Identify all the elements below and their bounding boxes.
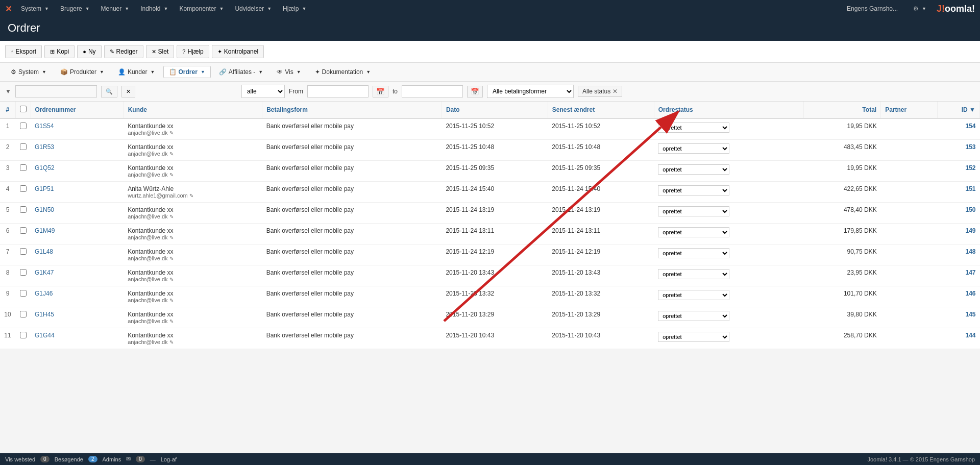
row-checkbox[interactable]: [15, 140, 31, 161]
row-select-checkbox[interactable]: [20, 164, 27, 171]
ny-button[interactable]: ● Ny: [77, 45, 101, 58]
order-status-select[interactable]: oprettet: [658, 164, 729, 175]
to-calendar-button[interactable]: 📅: [467, 86, 483, 97]
subnav-produkter[interactable]: 📦 Produkter ▼: [55, 66, 110, 78]
order-status-select[interactable]: oprettet: [658, 269, 729, 279]
order-status-select[interactable]: oprettet: [658, 248, 729, 258]
edit-customer-icon[interactable]: ✎: [169, 151, 174, 157]
order-link[interactable]: G1J46: [35, 290, 53, 297]
kontrolpanel-button[interactable]: ✦ Kontrolpanel: [212, 45, 264, 58]
order-status-select[interactable]: oprettet: [658, 185, 729, 195]
subnav-dokumentation[interactable]: ✦ Dokumentation ▼: [309, 66, 377, 78]
order-link[interactable]: G1S54: [35, 123, 54, 130]
subnav-vis[interactable]: 👁 Vis ▼: [271, 66, 306, 78]
order-link[interactable]: G1N50: [35, 206, 54, 213]
col-dato[interactable]: Dato: [442, 102, 548, 118]
row-checkbox[interactable]: [15, 182, 31, 203]
nav-udvidelser[interactable]: Udvidelser ▼: [230, 2, 277, 15]
row-select-checkbox[interactable]: [20, 123, 27, 129]
clear-search-button[interactable]: ✕: [121, 86, 135, 97]
order-status-select[interactable]: oprettet: [658, 332, 729, 342]
row-checkbox[interactable]: [15, 286, 31, 307]
order-status-select[interactable]: oprettet: [658, 311, 729, 321]
search-button[interactable]: 🔍: [101, 86, 117, 97]
order-link[interactable]: G1M49: [35, 227, 55, 234]
customer-email: anjachr@live.dk ✎: [128, 276, 258, 282]
select-all-checkbox[interactable]: [20, 106, 27, 112]
row-select-checkbox[interactable]: [20, 332, 27, 338]
search-input[interactable]: [15, 85, 97, 97]
nav-hjaelp[interactable]: Hjælp ▼: [278, 2, 311, 15]
subnav-affiliates[interactable]: 🔗 Affiliates - ▼: [213, 66, 268, 78]
status-clear-button[interactable]: ✕: [612, 88, 618, 95]
rediger-button[interactable]: ✎ Rediger: [104, 45, 143, 58]
order-link[interactable]: G1G44: [35, 332, 55, 339]
edit-customer-icon[interactable]: ✎: [169, 130, 174, 136]
from-date-input[interactable]: [307, 85, 369, 97]
nav-menuer[interactable]: Menuer ▼: [96, 2, 135, 15]
order-link[interactable]: G1P51: [35, 185, 54, 192]
user-menu[interactable]: Engens Garnsho...: [842, 2, 903, 15]
settings-menu[interactable]: ⚙ ▼: [908, 2, 932, 15]
edit-customer-icon[interactable]: ✎: [169, 277, 174, 282]
row-checkbox[interactable]: [15, 118, 31, 140]
slet-button[interactable]: ✕ Slet: [146, 45, 175, 58]
row-checkbox[interactable]: [15, 161, 31, 182]
col-ordrenummer[interactable]: Ordrenummer: [31, 102, 124, 118]
row-select-checkbox[interactable]: [20, 269, 27, 276]
subnav-system[interactable]: ⚙ System ▼: [5, 66, 52, 78]
row-payment: Bank overførsel eller mobile pay: [262, 307, 442, 328]
order-link[interactable]: G1K47: [35, 269, 54, 276]
row-checkbox[interactable]: [15, 328, 31, 349]
nav-indhold[interactable]: Indhold ▼: [135, 2, 173, 15]
col-senest-aendret[interactable]: Senest ændret: [548, 102, 654, 118]
period-select[interactable]: alle dag uge måned år: [241, 85, 285, 98]
order-link[interactable]: G1H45: [35, 311, 54, 318]
nav-komponenter[interactable]: Komponenter ▼: [174, 2, 229, 15]
row-select-checkbox[interactable]: [20, 248, 27, 255]
eksport-button[interactable]: ↑ Eksport: [5, 45, 42, 58]
order-status-select[interactable]: oprettet: [658, 290, 729, 300]
row-checkbox[interactable]: [15, 244, 31, 265]
edit-customer-icon[interactable]: ✎: [169, 298, 174, 303]
edit-customer-icon[interactable]: ✎: [169, 256, 174, 261]
hjaelp-button[interactable]: ? Hjælp: [177, 45, 209, 58]
subnav-ordrer[interactable]: 📋 Ordrer ▼: [163, 66, 211, 78]
order-link[interactable]: G1L48: [35, 248, 53, 255]
edit-customer-icon[interactable]: ✎: [169, 339, 174, 345]
row-select-checkbox[interactable]: [20, 290, 27, 297]
edit-customer-icon[interactable]: ✎: [189, 193, 193, 199]
order-status-select[interactable]: oprettet: [658, 206, 729, 216]
col-ordrestatus[interactable]: Ordrestatus: [654, 102, 803, 118]
order-status-select[interactable]: oprettet: [658, 227, 729, 237]
row-select-checkbox[interactable]: [20, 185, 27, 192]
row-select-checkbox[interactable]: [20, 227, 27, 234]
to-date-input[interactable]: [402, 85, 463, 97]
row-select-checkbox[interactable]: [20, 206, 27, 213]
order-link[interactable]: G1Q52: [35, 164, 55, 172]
edit-customer-icon[interactable]: ✎: [169, 319, 174, 324]
row-select-checkbox[interactable]: [20, 311, 27, 317]
payment-select[interactable]: Alle betalingsformer: [487, 85, 574, 98]
col-kunde[interactable]: Kunde: [124, 102, 262, 118]
edit-customer-icon[interactable]: ✎: [169, 172, 174, 178]
col-betalingsform[interactable]: Betalingsform: [262, 102, 442, 118]
nav-system[interactable]: System ▼: [16, 2, 54, 15]
order-link[interactable]: G1R53: [35, 143, 54, 151]
subnav-kunder[interactable]: 👤 Kunder ▼: [112, 66, 161, 78]
order-status-select[interactable]: oprettet: [658, 123, 729, 133]
nav-brugere[interactable]: Brugere ▼: [55, 2, 95, 15]
row-checkbox[interactable]: [15, 203, 31, 224]
from-calendar-button[interactable]: 📅: [373, 86, 388, 97]
kopi-button[interactable]: ⊞ Kopi: [44, 45, 75, 58]
edit-customer-icon[interactable]: ✎: [169, 214, 174, 219]
edit-customer-icon[interactable]: ✎: [169, 235, 174, 240]
row-checkbox[interactable]: [15, 224, 31, 244]
order-status-select[interactable]: oprettet: [658, 143, 729, 154]
col-id[interactable]: ID ▼: [937, 102, 979, 118]
row-checkbox[interactable]: [15, 307, 31, 328]
row-checkbox[interactable]: [15, 265, 31, 286]
row-select-checkbox[interactable]: [20, 143, 27, 150]
row-date: 2015-11-20 13:43: [442, 265, 548, 286]
col-total[interactable]: Total: [803, 102, 881, 118]
